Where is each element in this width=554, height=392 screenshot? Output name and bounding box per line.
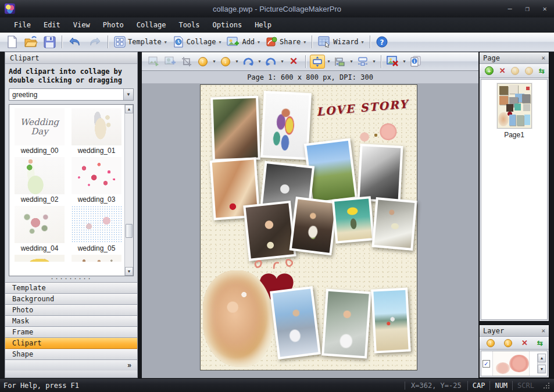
clipart-item-wedding-01[interactable]: wedding_01	[70, 108, 123, 157]
bring-forward-dropdown[interactable]: ▾	[212, 59, 217, 64]
send-backward-button[interactable]: ↓	[218, 55, 233, 69]
collage-title-text[interactable]: LOVE STORY	[316, 97, 409, 118]
menu-options[interactable]: Options	[207, 19, 248, 31]
delete-page-button[interactable]: ✕	[499, 66, 506, 75]
align-center-button-active[interactable]	[310, 55, 325, 69]
refresh-layers-button[interactable]: ⇆	[537, 339, 542, 347]
resize-grip[interactable]	[542, 382, 551, 390]
clipart-item-wedding-02[interactable]: wedding_02	[13, 157, 66, 206]
scroll-down-icon[interactable]: ▼	[125, 267, 133, 276]
template-dropdown-arrow[interactable]: ▾	[165, 40, 167, 45]
clipart-item-wedding-03[interactable]: wedding_03	[70, 157, 123, 206]
add-photo-to-frame-button[interactable]	[163, 55, 178, 69]
photo-smiling-bride-veil[interactable]	[321, 288, 371, 358]
scroll-up-icon[interactable]: ▲	[538, 354, 546, 362]
rotate-ccw-button[interactable]	[263, 55, 278, 69]
close-icon[interactable]: ✕	[541, 327, 545, 334]
photo-kissing-couple[interactable]	[210, 95, 260, 161]
open-button[interactable]	[21, 34, 41, 49]
undo-button[interactable]	[65, 35, 85, 49]
maximize-button[interactable]: ❐	[523, 5, 532, 12]
accordion-overflow-button[interactable]: »	[5, 360, 137, 370]
layer-up-button[interactable]: ↑	[487, 339, 495, 347]
accordion-item-shape[interactable]: Shape	[5, 349, 137, 360]
panel-splitter[interactable]: ·········	[5, 276, 137, 282]
minimize-button[interactable]: –	[505, 5, 514, 12]
accordion-item-background[interactable]: Background	[5, 294, 137, 305]
align-dropdown[interactable]: ▾	[326, 59, 331, 64]
accordion-item-template[interactable]: Template	[5, 283, 137, 294]
template-button[interactable]: Template ▾	[111, 35, 170, 49]
move-page-down-button[interactable]: ↓	[525, 67, 533, 75]
align-objects-dropdown[interactable]: ▾	[349, 59, 354, 64]
share-dropdown-arrow[interactable]: ▾	[303, 40, 306, 45]
menu-collage[interactable]: Collage	[131, 19, 172, 31]
redo-button[interactable]	[85, 35, 105, 49]
rotate-ccw-dropdown[interactable]: ▾	[280, 59, 285, 64]
swap-photo-button[interactable]	[146, 55, 162, 69]
close-icon[interactable]: ✕	[541, 54, 545, 62]
photo-yellow-shirt-beach[interactable]	[332, 196, 374, 243]
collage-page[interactable]: LOVE STORY	[200, 84, 417, 370]
wizard-button[interactable]: Wizard ▾	[315, 35, 366, 49]
accordion-item-mask[interactable]: Mask	[5, 316, 137, 327]
collage-button[interactable]: Collage ▾	[170, 35, 224, 49]
clipart-item-partial[interactable]	[70, 255, 123, 276]
photo-couple-mountain-kiss[interactable]	[270, 286, 321, 359]
layer-scrollbar[interactable]: ▲ ▼	[537, 354, 546, 373]
chevron-down-icon[interactable]: ▼	[123, 89, 133, 100]
new-button[interactable]	[3, 34, 21, 49]
photo-beach-walking-couple[interactable]	[371, 288, 411, 354]
photo-bride-bouquet[interactable]	[289, 197, 338, 255]
scroll-up-icon[interactable]: ▲	[125, 105, 133, 113]
page-list-item[interactable]: Page1	[481, 80, 547, 139]
properties-button[interactable]: i	[408, 55, 423, 69]
remove-photo-dropdown[interactable]: ▾	[402, 59, 407, 64]
add-dropdown-arrow[interactable]: ▾	[258, 40, 260, 45]
add-page-button[interactable]: +	[485, 66, 494, 75]
accordion-item-photo[interactable]: Photo	[5, 305, 137, 316]
delete-object-button[interactable]: ✕	[286, 55, 301, 69]
accordion-item-clipart-active[interactable]: Clipart	[5, 338, 137, 349]
save-button[interactable]	[41, 35, 59, 49]
scrollbar-thumb[interactable]	[126, 224, 133, 238]
layer-visibility-checkbox[interactable]: ✓	[482, 360, 490, 368]
add-button[interactable]: Add ▾	[224, 35, 263, 49]
scroll-down-icon[interactable]: ▼	[538, 365, 546, 373]
photo-shopping-couple[interactable]	[260, 91, 312, 160]
clipart-item-wedding-04[interactable]: wedding_04	[13, 206, 66, 255]
layer-list-item[interactable]: ✓ ▲ ▼	[481, 351, 547, 376]
distribute-button[interactable]	[355, 55, 370, 69]
clipart-scrollbar[interactable]: ▲ ▼	[124, 105, 133, 276]
menu-photo[interactable]: Photo	[97, 19, 130, 31]
photo-bride-right[interactable]	[371, 197, 417, 251]
remove-photo-button[interactable]	[385, 55, 401, 69]
crop-button[interactable]	[179, 55, 194, 69]
delete-layer-button[interactable]: ✕	[521, 338, 528, 347]
accordion-item-frame[interactable]: Frame	[5, 327, 137, 338]
clipart-item-wedding-05-selected[interactable]: wedding_05	[70, 206, 123, 255]
move-page-up-button[interactable]: ↑	[511, 67, 519, 75]
distribute-dropdown[interactable]: ▾	[371, 59, 377, 64]
photo-blonde-bride-masked[interactable]	[203, 270, 274, 368]
help-button[interactable]: ?	[373, 35, 391, 49]
menu-view[interactable]: View	[67, 19, 96, 31]
menu-edit[interactable]: Edit	[38, 19, 66, 31]
collage-dropdown-arrow[interactable]: ▾	[219, 40, 221, 45]
photo-bride-looking-down[interactable]	[243, 201, 296, 261]
clipart-item-partial[interactable]	[13, 255, 66, 276]
align-objects-button[interactable]	[333, 55, 348, 69]
wizard-dropdown-arrow[interactable]: ▾	[362, 40, 364, 45]
send-backward-dropdown[interactable]: ▾	[234, 59, 240, 64]
canvas-workspace[interactable]: LOVE STORY	[142, 84, 478, 378]
menu-tools[interactable]: Tools	[173, 19, 205, 31]
share-button[interactable]: Share ▾	[263, 35, 309, 49]
rotate-cw-dropdown[interactable]: ▾	[257, 59, 262, 64]
refresh-pages-button[interactable]: ⇆	[539, 67, 544, 75]
photo-kneeling-man-bw[interactable]	[357, 144, 403, 203]
layer-down-button[interactable]: ↓	[504, 339, 512, 347]
menu-file[interactable]: File	[8, 19, 37, 31]
bring-forward-button[interactable]: ↑	[195, 55, 210, 69]
clipart-category-select[interactable]: greeting ▼	[9, 88, 134, 101]
rotate-cw-button[interactable]	[241, 55, 256, 69]
